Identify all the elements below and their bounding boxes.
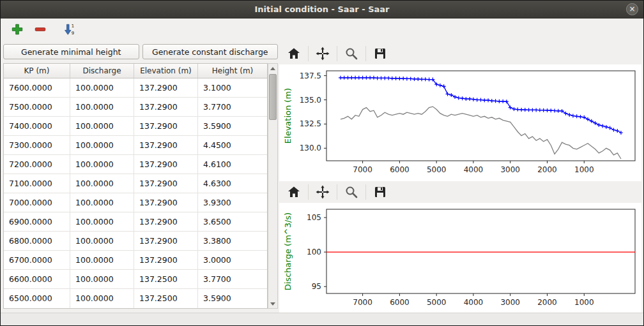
pan-button[interactable] xyxy=(313,45,332,63)
table-body: 7600.0000100.0000137.29003.10007500.0000… xyxy=(4,78,267,308)
table-row[interactable]: 6600.0000100.0000137.25003.7700 xyxy=(4,270,267,289)
table-cell[interactable]: 100.0000 xyxy=(70,155,134,174)
table-row[interactable]: 7600.0000100.0000137.29003.1000 xyxy=(4,78,267,98)
table-cell[interactable]: 137.2900 xyxy=(134,212,198,231)
table-cell[interactable]: 7200.0000 xyxy=(4,155,70,174)
table-cell[interactable]: 4.6100 xyxy=(198,155,267,174)
svg-text:2000: 2000 xyxy=(537,165,557,174)
table-cell[interactable]: 3.1000 xyxy=(198,78,267,97)
table-cell[interactable]: 7400.0000 xyxy=(4,117,70,135)
table-row[interactable]: 6900.0000100.0000137.29003.6500 xyxy=(4,212,267,232)
svg-text:1: 1 xyxy=(72,24,74,29)
table-cell[interactable]: 100.0000 xyxy=(70,193,134,212)
table-row[interactable]: 6700.0000100.0000137.29003.0000 xyxy=(4,251,267,270)
table-cell[interactable]: 100.0000 xyxy=(70,136,134,154)
table-cell[interactable]: 137.2500 xyxy=(134,289,198,308)
table-cell[interactable]: 3.6500 xyxy=(198,212,267,231)
remove-row-icon xyxy=(34,23,47,36)
table-cell[interactable]: 3.5900 xyxy=(198,289,267,308)
table-cell[interactable]: 7500.0000 xyxy=(4,98,70,116)
table-cell[interactable]: 100.0000 xyxy=(70,232,134,250)
scroll-down-button[interactable] xyxy=(268,299,277,308)
table-cell[interactable]: 6600.0000 xyxy=(4,270,70,288)
add-row-button[interactable] xyxy=(10,22,25,37)
save-button[interactable] xyxy=(371,183,390,201)
table-cell[interactable]: 100.0000 xyxy=(70,78,134,97)
remove-row-button[interactable] xyxy=(33,22,48,37)
table-row[interactable]: 6500.0000100.0000137.25003.5900 xyxy=(4,289,267,308)
table-cell[interactable]: 7000.0000 xyxy=(4,193,70,212)
sort-rows-icon: 1 9 xyxy=(63,23,76,36)
svg-text:6000: 6000 xyxy=(390,165,410,174)
column-header[interactable]: Discharge (m³/s) xyxy=(70,64,134,78)
toolbar-separator xyxy=(337,46,337,61)
scrollbar-thumb[interactable] xyxy=(269,74,277,120)
table-cell[interactable]: 3.5900 xyxy=(198,117,267,135)
save-icon xyxy=(372,46,388,61)
table-cell[interactable]: 137.2900 xyxy=(134,193,198,212)
column-header[interactable]: Elevation (m) xyxy=(134,64,198,78)
home-button[interactable] xyxy=(284,45,303,63)
table-cell[interactable]: 6900.0000 xyxy=(4,212,70,231)
table-cell[interactable]: 137.2900 xyxy=(134,78,198,97)
generate-minimal-height-button[interactable]: Generate minimal height xyxy=(3,44,139,59)
svg-text:3000: 3000 xyxy=(500,298,520,307)
table-cell[interactable]: 7300.0000 xyxy=(4,136,70,154)
column-header[interactable]: KP (m) xyxy=(4,64,70,78)
table-cell[interactable]: 6500.0000 xyxy=(4,289,70,308)
table-cell[interactable]: 4.6300 xyxy=(198,174,267,193)
table-cell[interactable]: 100.0000 xyxy=(70,117,134,135)
elevation-figure[interactable]: 7000600050004000300020001000137.5135.013… xyxy=(279,64,641,181)
zoom-button[interactable] xyxy=(342,45,361,63)
table-cell[interactable]: 137.2900 xyxy=(134,117,198,135)
table-cell[interactable]: 6800.0000 xyxy=(4,232,70,250)
sort-rows-button[interactable]: 1 9 xyxy=(62,22,77,37)
discharge-chart[interactable]: 700060005000400030002000100010510095Disc… xyxy=(279,203,641,314)
table-cell[interactable]: 137.2900 xyxy=(134,251,198,269)
table-cell[interactable]: 100.0000 xyxy=(70,289,134,308)
table-row[interactable]: 7400.0000100.0000137.29003.5900 xyxy=(4,117,267,136)
initial-condition-table: KP (m)Discharge (m³/s)Elevation (m)Heigh… xyxy=(3,63,268,309)
table-cell[interactable]: 100.0000 xyxy=(70,174,134,193)
elevation-chart[interactable]: 7000600050004000300020001000137.5135.013… xyxy=(279,64,641,181)
table-row[interactable]: 7200.0000100.0000137.29004.6100 xyxy=(4,155,267,174)
table-row[interactable]: 7300.0000100.0000137.29004.4500 xyxy=(4,136,267,155)
close-button[interactable]: × xyxy=(626,3,638,15)
svg-text:137.5: 137.5 xyxy=(300,71,321,80)
table-cell[interactable]: 137.2900 xyxy=(134,155,198,174)
home-icon xyxy=(286,184,302,200)
discharge-figure[interactable]: 700060005000400030002000100010510095Disc… xyxy=(279,203,641,314)
table-cell[interactable]: 100.0000 xyxy=(70,98,134,116)
table-cell[interactable]: 6700.0000 xyxy=(4,251,70,269)
svg-text:130.0: 130.0 xyxy=(300,144,321,152)
table-scrollbar[interactable] xyxy=(268,63,278,309)
scroll-up-button[interactable] xyxy=(268,64,277,73)
table-cell[interactable]: 3.7700 xyxy=(198,98,267,116)
table-cell[interactable]: 137.2500 xyxy=(134,270,198,288)
table-row[interactable]: 7500.0000100.0000137.29003.7700 xyxy=(4,98,267,117)
column-header[interactable]: Height (m) xyxy=(198,64,267,78)
generate-constant-discharge-button[interactable]: Generate constant discharge xyxy=(142,44,279,59)
table-cell[interactable]: 137.2900 xyxy=(134,136,198,154)
table-cell[interactable]: 100.0000 xyxy=(70,270,134,288)
table-cell[interactable]: 100.0000 xyxy=(70,251,134,269)
table-cell[interactable]: 3.7700 xyxy=(198,270,267,288)
table-cell[interactable]: 7600.0000 xyxy=(4,78,70,97)
table-cell[interactable]: 3.9300 xyxy=(198,193,267,212)
title-bar[interactable]: Initial condition - Saar - Saar × xyxy=(1,1,643,19)
table-cell[interactable]: 3.0000 xyxy=(198,251,267,269)
table-cell[interactable]: 7100.0000 xyxy=(4,174,70,193)
table-cell[interactable]: 4.4500 xyxy=(198,136,267,154)
table-row[interactable]: 7100.0000100.0000137.29004.6300 xyxy=(4,174,267,193)
table-cell[interactable]: 100.0000 xyxy=(70,212,134,231)
save-button[interactable] xyxy=(371,45,390,63)
zoom-button[interactable] xyxy=(342,183,361,201)
table-cell[interactable]: 3.3800 xyxy=(198,232,267,250)
table-cell[interactable]: 137.2900 xyxy=(134,98,198,116)
table-row[interactable]: 7000.0000100.0000137.29003.9300 xyxy=(4,193,267,212)
table-cell[interactable]: 137.2900 xyxy=(134,232,198,250)
table-cell[interactable]: 137.2900 xyxy=(134,174,198,193)
pan-button[interactable] xyxy=(313,183,332,201)
table-row[interactable]: 6800.0000100.0000137.29003.3800 xyxy=(4,232,267,251)
home-button[interactable] xyxy=(284,183,303,201)
